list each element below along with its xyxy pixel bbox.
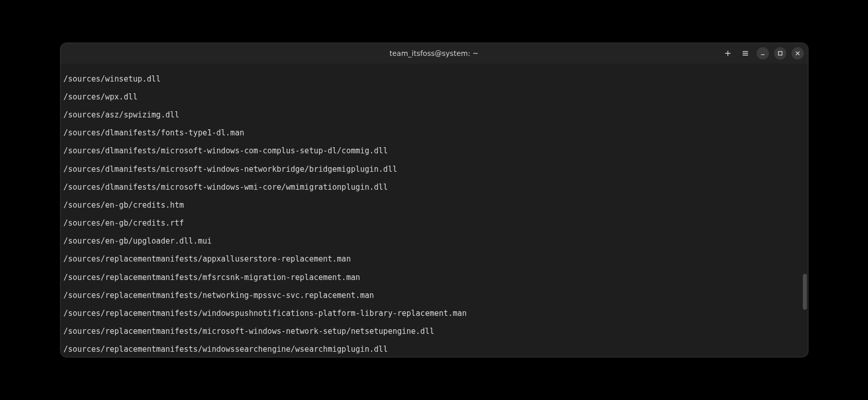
new-tab-button[interactable] [722,47,734,59]
output-line: /sources/dlmanifests/microsoft-windows-w… [64,183,805,192]
output-line: /sources/asz/spwizimg.dll [64,111,805,120]
output-line: /sources/wpx.dll [64,93,805,102]
scrollbar-thumb[interactable] [803,274,807,310]
output-line: /sources/dlmanifests/microsoft-windows-n… [64,165,805,174]
hamburger-icon [742,50,749,57]
terminal-output[interactable]: /sources/winsetup.dll /sources/wpx.dll /… [61,64,808,357]
maximize-icon [777,50,784,57]
plus-icon [724,50,731,57]
output-line: /sources/replacementmanifests/windowssea… [64,345,805,354]
output-line: /sources/dlmanifests/microsoft-windows-c… [64,147,805,156]
output-line: /sources/replacementmanifests/networking… [64,291,805,301]
terminal-window: team_itsfoss@system: ~ /sources/winsetup… [61,43,808,357]
close-button[interactable] [792,47,804,59]
output-line: /sources/winsetup.dll [64,75,805,84]
output-line: /sources/replacementmanifests/mfsrcsnk-m… [64,273,805,283]
close-icon [794,50,801,57]
output-line: /sources/en-gb/credits.htm [64,201,805,210]
output-line: /sources/replacementmanifests/microsoft-… [64,327,805,336]
output-line: /sources/dlmanifests/fonts-type1-dl.man [64,129,805,138]
menu-button[interactable] [739,47,751,59]
minimize-icon [759,50,766,57]
minimize-button[interactable] [757,47,769,59]
output-line: /sources/en-gb/upgloader.dll.mui [64,237,805,246]
svg-rect-0 [778,52,782,55]
output-line: /sources/replacementmanifests/appxalluse… [64,255,805,264]
window-controls [722,47,804,59]
output-line: /sources/replacementmanifests/windowspus… [64,309,805,318]
maximize-button[interactable] [774,47,786,59]
titlebar: team_itsfoss@system: ~ [61,43,808,64]
output-line: /sources/en-gb/credits.rtf [64,219,805,228]
window-title: team_itsfoss@system: ~ [390,49,479,57]
